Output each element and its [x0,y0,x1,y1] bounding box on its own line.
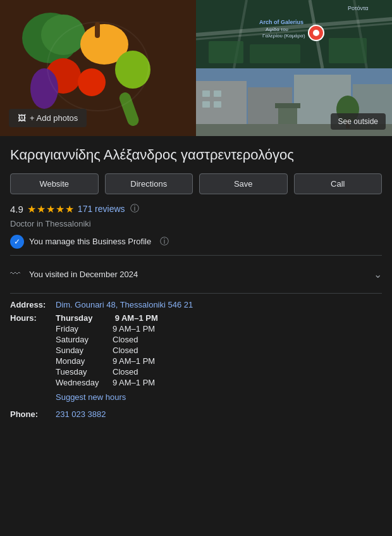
verified-text: You manage this Business Profile [29,237,151,246]
svg-point-5 [78,68,106,96]
address-row: Address: Dim. Gounari 48, Thessaloniki 5… [10,300,382,309]
rating-number: 4.9 [10,204,23,215]
chevron-down-icon: ⌄ [374,268,382,280]
street-view-thumbnail[interactable]: See outside [196,68,392,136]
see-outside-button[interactable]: See outside [331,113,386,130]
tuesday-time: Closed [113,367,138,377]
svg-rect-17 [209,41,243,63]
photo-right: Ροτόντα Arch of Galerius Αψίδα του Γαλερ… [196,0,392,136]
detail-section: Address: Dim. Gounari 48, Thessaloniki 5… [0,300,392,429]
sunday-time: Closed [113,346,138,355]
map-background: Ροτόντα Arch of Galerius Αψίδα του Γαλερ… [196,0,392,68]
star-2: ★ [37,203,46,215]
hours-row-monday: Monday 9 AM–1 PM [10,356,382,366]
directions-button[interactable]: Directions [105,173,193,194]
svg-rect-32 [214,90,221,97]
checkmark-icon: ✓ [14,237,20,246]
svg-rect-34 [214,101,221,108]
verified-info-icon[interactable]: ⓘ [160,236,169,247]
monday-time: 9 AM–1 PM [113,356,155,366]
rating-info-icon[interactable]: ⓘ [130,203,139,215]
star-4: ★ [56,203,64,215]
saturday-day: Saturday [56,335,113,344]
divider-2 [10,293,382,294]
svg-point-21 [313,30,319,36]
visit-row[interactable]: 〰 You visited in December 2024 ⌄ [10,262,382,287]
visit-left: 〰 You visited in December 2024 [10,268,138,280]
star-1: ★ [27,203,36,215]
category-text: Doctor in Thessaloniki [10,219,382,228]
address-link[interactable]: Dim. Gounari 48, Thessaloniki 546 21 [56,300,193,309]
hours-row-sunday: Sunday Closed [10,346,382,355]
address-label: Address: [10,300,56,309]
map-image: Ροτόντα Arch of Galerius Αψίδα του Γαλερ… [196,0,392,68]
suggest-hours-link[interactable]: Suggest new hours [10,392,382,402]
hours-table: Friday 9 AM–1 PM Saturday Closed Sunday … [10,324,382,387]
action-buttons: Website Directions Save Call [10,173,382,194]
svg-text:Arch of Galerius: Arch of Galerius [259,19,303,25]
hours-row-tuesday: Tuesday Closed [10,367,382,377]
monday-day: Monday [56,356,113,366]
verified-row: ✓ You manage this Business Profile ⓘ [10,235,382,249]
thursday-time: 9 AM–1 PM [115,313,158,323]
svg-text:Γαλερίου (Καμάρα): Γαλερίου (Καμάρα) [262,33,305,39]
friday-day: Friday [56,324,113,333]
hours-header-row: Hours: Thursday 9 AM–1 PM [10,313,382,323]
hours-label: Hours: [10,313,56,323]
hours-row-wednesday: Wednesday 9 AM–1 PM [10,378,382,387]
svg-rect-36 [275,103,300,108]
thursday-day: Thursday [56,313,113,323]
hours-thursday-row: Thursday 9 AM–1 PM [56,313,158,323]
wednesday-day: Wednesday [56,378,113,387]
business-name: Καραγιαννίδης Αλέξανδρος γαστρεντερολόγο… [10,146,382,165]
visit-text: You visited in December 2024 [29,270,138,279]
saturday-time: Closed [113,335,138,344]
svg-rect-10 [95,22,100,38]
svg-rect-33 [202,101,210,108]
camera-icon: 🖼 [18,113,26,123]
phone-label: Phone: [10,409,56,419]
website-button[interactable]: Website [10,173,99,194]
phone-row: Phone: 231 023 3882 [10,409,382,419]
reviews-link[interactable]: 171 reviews [78,204,125,214]
svg-text:Ροτόντα: Ροτόντα [348,5,369,11]
see-outside-label: See outside [338,117,378,126]
phone-link[interactable]: 231 023 3882 [56,409,106,419]
sunday-day: Sunday [56,346,113,355]
visit-icon: 〰 [10,268,20,280]
info-section: Καραγιαννίδης Αλέξανδρος γαστρεντερολόγο… [0,136,392,294]
tuesday-day: Tuesday [56,367,113,377]
wednesday-time: 9 AM–1 PM [113,378,155,387]
star-rating: ★ ★ ★ ★ ★ [27,203,74,215]
svg-rect-31 [202,90,210,97]
map-thumbnail[interactable]: Ροτόντα Arch of Galerius Αψίδα του Γαλερ… [196,0,392,68]
star-5: ★ [65,203,74,215]
call-button[interactable]: Call [294,173,383,194]
hours-section: Hours: Thursday 9 AM–1 PM Friday 9 AM–1 … [10,313,382,402]
svg-rect-18 [250,44,300,63]
friday-time: 9 AM–1 PM [113,324,155,333]
photo-left: 🖼 + Add photos [0,0,196,136]
add-photos-button[interactable]: 🖼 + Add photos [9,109,87,127]
star-3: ★ [46,203,55,215]
rating-row: 4.9 ★ ★ ★ ★ ★ 171 reviews ⓘ [10,203,382,215]
divider-1 [10,255,382,256]
svg-text:Αψίδα του: Αψίδα του [266,27,288,32]
hours-row-friday: Friday 9 AM–1 PM [10,324,382,333]
add-photos-label: + Add photos [30,113,78,123]
save-button[interactable]: Save [199,173,288,194]
photo-section: 🖼 + Add photos [0,0,392,136]
hours-row-saturday: Saturday Closed [10,335,382,344]
svg-rect-19 [329,38,367,63]
verified-badge-icon: ✓ [10,235,24,249]
